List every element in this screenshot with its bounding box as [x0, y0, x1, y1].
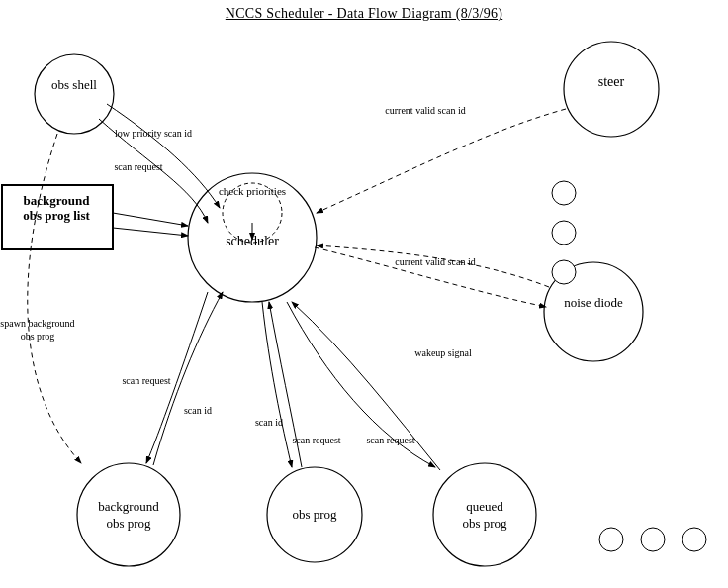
svg-text:background: background	[98, 499, 159, 514]
svg-text:background: background	[24, 193, 91, 208]
svg-point-7	[433, 463, 536, 566]
svg-text:steer: steer	[598, 74, 625, 89]
svg-point-3	[564, 42, 659, 137]
svg-text:scan request: scan request	[122, 375, 170, 386]
svg-point-9	[552, 221, 576, 245]
diagram-svg: obs shell check priorities scheduler ste…	[0, 0, 728, 588]
svg-text:queued: queued	[466, 499, 503, 514]
svg-text:noise diode: noise diode	[564, 295, 623, 310]
svg-text:current valid scan id: current valid scan id	[385, 105, 465, 116]
svg-text:obs shell: obs shell	[51, 77, 97, 92]
svg-text:scan request: scan request	[292, 435, 340, 445]
svg-text:obs prog: obs prog	[106, 516, 151, 531]
svg-point-11	[599, 528, 623, 551]
svg-point-8	[552, 181, 576, 205]
svg-text:scan id: scan id	[255, 417, 283, 428]
svg-text:obs prog: obs prog	[292, 507, 337, 522]
svg-text:scan request: scan request	[114, 161, 162, 172]
svg-text:obs prog: obs prog	[462, 516, 507, 531]
svg-text:scheduler: scheduler	[226, 234, 279, 248]
svg-text:check priorities: check priorities	[219, 185, 286, 197]
svg-point-13	[682, 528, 706, 551]
svg-text:scan id: scan id	[184, 405, 212, 416]
svg-point-12	[641, 528, 665, 551]
svg-text:obs prog: obs prog	[21, 331, 55, 342]
svg-text:scan request: scan request	[366, 435, 414, 445]
svg-text:low priority scan id: low priority scan id	[115, 128, 192, 139]
diagram-container: NCCS Scheduler - Data Flow Diagram (8/3/…	[0, 0, 728, 588]
svg-text:current valid scan id: current valid scan id	[395, 256, 475, 267]
svg-text:spawn background: spawn background	[0, 318, 74, 329]
svg-point-5	[77, 463, 180, 566]
svg-text:obs prog list: obs prog list	[23, 208, 90, 223]
svg-text:wakeup signal: wakeup signal	[414, 347, 472, 358]
svg-point-10	[552, 260, 576, 284]
